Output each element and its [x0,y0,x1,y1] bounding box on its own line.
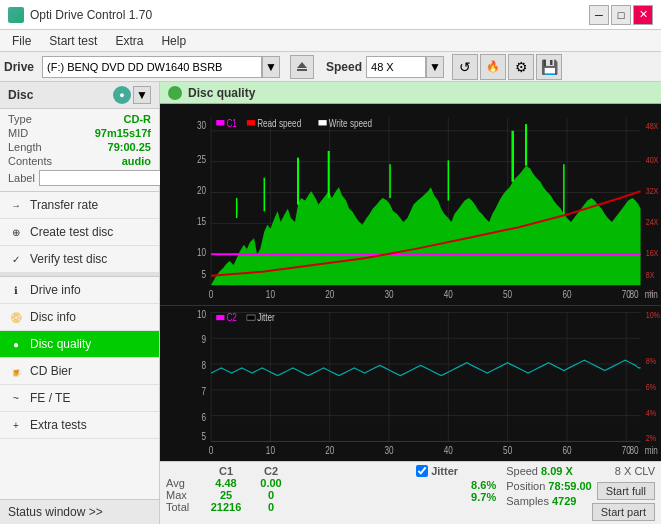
jitter-checkbox[interactable] [416,465,428,477]
main-layout: Disc ● ▼ Type CD-R MID 97m15s17f Length … [0,82,661,524]
drive-dropdown-arrow[interactable]: ▼ [262,56,280,78]
create-test-disc-icon: ⊕ [8,224,24,240]
svg-text:10: 10 [266,288,275,300]
svg-text:15: 15 [197,215,206,227]
svg-text:30: 30 [197,119,206,131]
status-window-label: Status window >> [8,505,103,519]
sidebar-item-transfer-rate[interactable]: → Transfer rate [0,192,159,219]
start-part-button[interactable]: Start part [592,503,655,521]
disc-type-row: Type CD-R [8,113,151,125]
svg-text:80: 80 [629,446,638,457]
row-avg-c1: 4.48 [201,477,251,489]
eject-icon [295,60,309,74]
position-value: 78:59.00 [548,480,591,492]
minimize-button[interactable]: ─ [589,5,609,25]
svg-text:60: 60 [562,288,571,300]
svg-text:50: 50 [503,288,512,300]
disc-contents-value: audio [122,155,151,167]
disc-info-icon: 📀 [8,309,24,325]
svg-text:10: 10 [197,245,206,257]
eject-button[interactable] [290,55,314,79]
sidebar-item-create-test-disc[interactable]: ⊕ Create test disc [0,219,159,246]
svg-text:25: 25 [197,153,206,165]
bottom-stats-panel: C1 C2 Avg 4.48 0.00 Max 25 0 [160,461,661,524]
sidebar-item-label-verify-test-disc: Verify test disc [30,252,107,266]
settings-button[interactable]: ⚙ [508,54,534,80]
menu-extra[interactable]: Extra [107,32,151,50]
svg-text:8%: 8% [646,357,656,367]
svg-text:C1: C1 [226,117,236,129]
svg-text:10%: 10% [646,310,660,320]
sidebar-item-disc-info[interactable]: 📀 Disc info [0,304,159,331]
charts-area: C1 Read speed Write speed [160,104,661,461]
disc-quality-header-icon [168,86,182,100]
burn-button[interactable]: 🔥 [480,54,506,80]
close-button[interactable]: ✕ [633,5,653,25]
disc-section-label: Disc [8,88,33,102]
disc-options-button[interactable]: ▼ [133,86,151,104]
speed-dropdown-arrow[interactable]: ▼ [426,56,444,78]
row-avg-label: Avg [166,477,201,489]
speed-pos-section: Speed 8.09 X Position 78:59.00 Samples 4… [506,465,592,507]
col-header-c1: C1 [201,465,251,477]
svg-text:32X: 32X [646,185,659,196]
disc-label-label: Label [8,172,35,184]
disc-contents-row: Contents audio [8,155,151,167]
svg-text:6: 6 [201,412,206,423]
jitter-label: Jitter [431,465,458,477]
disc-label-row: Label ↗ [8,169,151,187]
svg-text:60: 60 [562,446,571,457]
verify-test-disc-icon: ✓ [8,251,24,267]
disc-quality-header: Disc quality [160,82,661,104]
sidebar-item-disc-quality[interactable]: ● Disc quality [0,331,159,358]
svg-rect-21 [318,120,326,125]
refresh-button[interactable]: ↺ [452,54,478,80]
menu-bar: File Start test Extra Help [0,30,661,52]
drive-selector[interactable]: (F:) BENQ DVD DD DW1640 BSRB [42,56,262,78]
svg-text:0: 0 [209,288,214,300]
svg-rect-71 [216,315,224,320]
sidebar-item-label-cd-bier: CD Bier [30,364,72,378]
svg-text:Write speed: Write speed [329,117,372,129]
sidebar-item-drive-info[interactable]: ℹ Drive info [0,277,159,304]
save-button[interactable]: 💾 [536,54,562,80]
sidebar-item-verify-test-disc[interactable]: ✓ Verify test disc [0,246,159,273]
speed-selector[interactable]: 48 X [366,56,426,78]
menu-help[interactable]: Help [153,32,194,50]
row-max-c2: 0 [251,489,291,501]
disc-quality-title: Disc quality [188,86,255,100]
svg-rect-73 [247,315,255,320]
sidebar-item-extra-tests[interactable]: + Extra tests [0,412,159,439]
sidebar-item-label-create-test-disc: Create test disc [30,225,113,239]
sidebar: Disc ● ▼ Type CD-R MID 97m15s17f Length … [0,82,160,524]
jitter-avg-value: 8.6% [416,479,496,491]
menu-start-test[interactable]: Start test [41,32,105,50]
disc-mid-label: MID [8,127,28,139]
svg-text:C2: C2 [226,313,236,324]
drive-label: Drive [4,60,34,74]
transfer-rate-icon: → [8,197,24,213]
chart1-container: C1 Read speed Write speed [160,104,661,306]
speed-mode-display: 8 X CLV [615,465,655,477]
speed-label: Speed [326,60,362,74]
disc-label-input[interactable] [39,170,179,186]
right-panel: Disc quality [160,82,661,524]
window-controls: ─ □ ✕ [589,5,653,25]
sidebar-item-label-disc-quality: Disc quality [30,337,91,351]
sidebar-item-cd-bier[interactable]: 🍺 CD Bier [0,358,159,385]
svg-text:80: 80 [629,288,638,300]
status-window-button[interactable]: Status window >> [0,499,159,524]
disc-length-row: Length 79:00.25 [8,141,151,153]
disc-header: Disc ● ▼ [0,82,159,109]
maximize-button[interactable]: □ [611,5,631,25]
start-full-button[interactable]: Start full [597,482,655,500]
svg-text:4%: 4% [646,408,656,418]
stats-table: C1 C2 Avg 4.48 0.00 Max 25 0 [166,465,406,513]
svg-text:5: 5 [201,268,206,280]
svg-text:20: 20 [197,184,206,196]
sidebar-item-label-drive-info: Drive info [30,283,81,297]
svg-text:8X: 8X [646,269,655,280]
menu-file[interactable]: File [4,32,39,50]
sidebar-item-fe-te[interactable]: ~ FE / TE [0,385,159,412]
disc-mid-row: MID 97m15s17f [8,127,151,139]
